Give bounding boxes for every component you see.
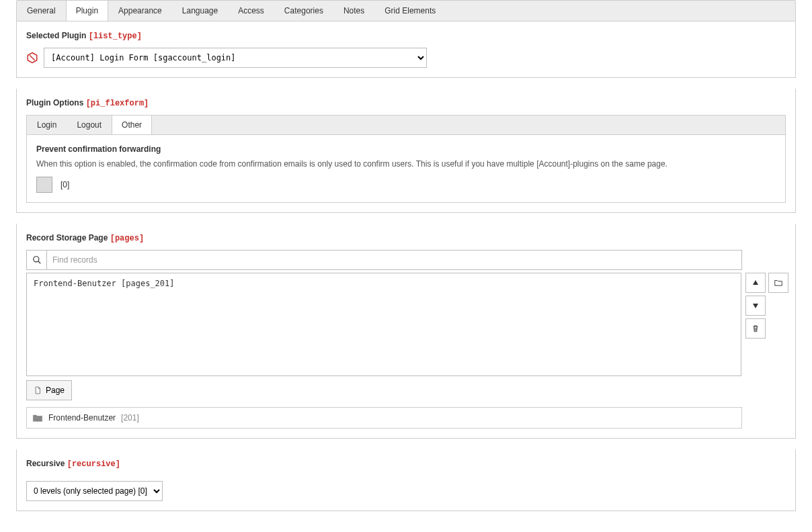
selected-plugin-panel: Selected Plugin [list_type] [Account] Lo… [16, 21, 796, 78]
tab-language[interactable]: Language [172, 1, 228, 21]
tab-general[interactable]: General [17, 1, 66, 21]
page-icon [34, 386, 42, 395]
recursive-key: [recursive] [67, 459, 120, 469]
selected-plugin-key: [list_type] [89, 32, 142, 41]
plugin-hexagon-icon [26, 52, 38, 64]
record-storage-key: [pages] [110, 234, 144, 243]
tab-categories[interactable]: Categories [274, 1, 333, 21]
plugin-options-panel: Plugin Options [pi_flexform] Login Logou… [16, 89, 796, 213]
subtab-login[interactable]: Login [27, 116, 67, 134]
recursive-select[interactable]: 0 levels (only selected page) [0] [26, 481, 163, 501]
tab-appearance[interactable]: Appearance [108, 1, 172, 21]
svg-point-2 [33, 257, 38, 262]
record-storage-panel: Record Storage Page [pages] Frontend-Ben… [16, 224, 796, 439]
subtab-other[interactable]: Other [112, 116, 152, 134]
browse-button[interactable] [768, 273, 788, 293]
record-storage-label: Record Storage Page [pages] [26, 233, 786, 243]
main-tabs: General Plugin Appearance Language Acces… [16, 0, 796, 21]
recursive-panel: Recursive [recursive] 0 levels (only sel… [16, 449, 796, 511]
selected-record-display: Frontend-Benutzer [201] [26, 407, 742, 429]
plugin-options-key: [pi_flexform] [86, 99, 149, 108]
record-list[interactable]: Frontend-Benutzer [pages_201] [26, 273, 741, 376]
recursive-label: Recursive [recursive] [26, 459, 786, 469]
selected-plugin-label: Selected Plugin [list_type] [26, 31, 786, 41]
move-down-button[interactable] [745, 296, 766, 316]
folder-icon [32, 413, 43, 423]
record-search-input[interactable] [46, 250, 742, 270]
move-up-button[interactable] [745, 273, 766, 293]
search-icon [26, 250, 46, 270]
svg-marker-4 [753, 280, 758, 285]
tab-plugin[interactable]: Plugin [66, 1, 108, 21]
svg-line-1 [30, 55, 35, 60]
prevent-value: [0] [60, 180, 69, 189]
plugin-options-tabs: Login Logout Other [26, 115, 786, 135]
tab-notes[interactable]: Notes [333, 1, 374, 21]
prevent-description: When this option is enabled, the confirm… [36, 158, 776, 170]
plugin-select[interactable]: [Account] Login Form [sgaccount_login] [44, 48, 427, 68]
record-item[interactable]: Frontend-Benutzer [pages_201] [34, 279, 734, 288]
selected-record-id: [201] [121, 413, 139, 423]
prevent-checkbox[interactable] [36, 177, 52, 193]
svg-line-3 [38, 261, 40, 264]
page-button[interactable]: Page [26, 380, 72, 400]
delete-button[interactable] [745, 318, 766, 339]
plugin-options-label: Plugin Options [pi_flexform] [26, 98, 786, 108]
selected-record-name: Frontend-Benutzer [48, 413, 116, 423]
subtab-logout[interactable]: Logout [67, 116, 112, 134]
plugin-options-content: Prevent confirmation forwarding When thi… [26, 135, 786, 203]
tab-grid-elements[interactable]: Grid Elements [374, 1, 446, 21]
svg-marker-5 [753, 304, 758, 308]
prevent-title: Prevent confirmation forwarding [36, 144, 776, 154]
tab-access[interactable]: Access [228, 1, 274, 21]
